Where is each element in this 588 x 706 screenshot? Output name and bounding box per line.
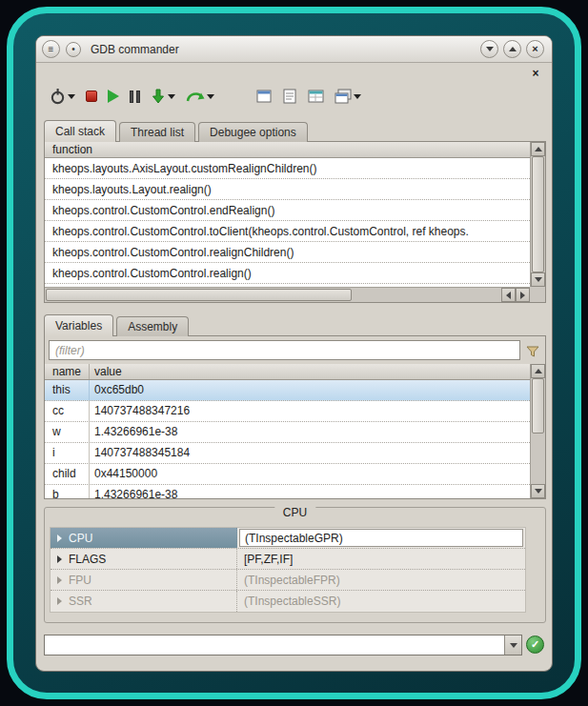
variable-row[interactable]: w 1.43266961e-38 xyxy=(45,422,530,443)
expand-arrow-icon[interactable] xyxy=(57,576,62,584)
variable-name: this xyxy=(45,380,90,400)
tab-debugee-options[interactable]: Debugee options xyxy=(198,122,308,142)
scrollbar-corner xyxy=(530,287,545,302)
filter-input[interactable] xyxy=(49,340,520,360)
callstack-row[interactable]: kheops.control.CustomControl.realign() xyxy=(45,263,530,284)
variables-table: name value this 0xc65db0 cc 140737488347… xyxy=(45,364,530,498)
stop-button[interactable] xyxy=(84,89,99,104)
callstack-row[interactable]: kheops.layouts.AxisLayout.customRealignC… xyxy=(45,158,530,179)
cpu-register-row[interactable]: FPU (TInspectableFPR) xyxy=(51,570,525,591)
scrollbar-thumb[interactable] xyxy=(532,378,544,434)
variable-name: b xyxy=(45,485,90,498)
scroll-left-button[interactable] xyxy=(501,288,516,302)
variable-value: 0xc65db0 xyxy=(90,380,530,400)
variable-row[interactable]: this 0xc65db0 xyxy=(45,380,530,401)
callstack-row[interactable]: kheops.control.CustomControl.realignChil… xyxy=(45,242,530,263)
expand-arrow-icon[interactable] xyxy=(57,535,62,542)
close-button[interactable]: × xyxy=(526,40,544,58)
expand-arrow-icon[interactable] xyxy=(57,555,62,563)
chevron-down-icon xyxy=(207,94,214,99)
show-source-button[interactable] xyxy=(280,87,299,106)
tab-call-stack[interactable]: Call stack xyxy=(44,120,116,142)
triangle-up-icon xyxy=(535,147,542,151)
windows-stack-icon xyxy=(335,89,352,104)
callstack-vertical-scrollbar[interactable] xyxy=(530,142,545,287)
triangle-up-icon xyxy=(535,369,542,373)
chevron-down-icon xyxy=(354,94,361,99)
show-form-button[interactable] xyxy=(254,87,274,106)
scroll-right-button[interactable] xyxy=(516,288,530,302)
cpu-register-row[interactable]: CPU (TInspectableGPR) xyxy=(51,528,525,549)
register-value: (TInspectableFPR) xyxy=(239,574,340,587)
scroll-down-button[interactable] xyxy=(531,484,545,498)
callstack-row[interactable]: kheops.layouts.Layout.realign() xyxy=(45,179,530,200)
debug-windows-button[interactable] xyxy=(333,87,363,106)
scroll-up-button[interactable] xyxy=(531,364,545,378)
command-row: ✓ xyxy=(44,635,544,656)
execute-button[interactable]: ✓ xyxy=(526,635,544,654)
chevron-down-icon xyxy=(68,94,75,99)
filter-hand-icon xyxy=(526,344,539,357)
watch-window-button[interactable] xyxy=(306,87,326,106)
power-icon xyxy=(50,89,66,105)
app-icon: ≡ xyxy=(49,44,54,54)
combo-dropdown-button[interactable] xyxy=(504,635,521,655)
expand-arrow-icon[interactable] xyxy=(57,597,62,605)
command-combobox[interactable] xyxy=(44,635,522,656)
callstack-row[interactable]: kheops.control.CustomControl.endRealign(… xyxy=(45,200,530,221)
step-over-button[interactable] xyxy=(184,88,216,106)
register-value-edit[interactable]: (TInspectableGPR) xyxy=(239,529,523,547)
variable-value: 1.43266961e-38 xyxy=(90,422,530,442)
variable-name: i xyxy=(45,443,90,463)
step-into-button[interactable] xyxy=(149,87,177,106)
text-list-icon xyxy=(282,89,297,104)
tab-assembly[interactable]: Assembly xyxy=(116,316,189,336)
sticky-icon: • xyxy=(71,44,75,54)
variable-row[interactable]: b 1.43266961e-38 xyxy=(45,485,530,498)
pause-icon xyxy=(130,91,140,103)
register-group-name: FPU xyxy=(69,574,91,587)
window-menu-button[interactable]: ≡ xyxy=(42,40,60,58)
callstack-row[interactable]: kheops.control.CustomControl.toClient(kh… xyxy=(45,221,530,242)
variables-vertical-scrollbar[interactable] xyxy=(530,364,545,498)
scrollbar-thumb[interactable] xyxy=(46,289,352,301)
power-button[interactable] xyxy=(48,87,77,107)
sticky-button[interactable]: • xyxy=(66,42,81,57)
cpu-groupbox-title: CPU xyxy=(274,506,315,519)
variable-row[interactable]: i 140737488345184 xyxy=(45,443,530,464)
callstack-horizontal-scrollbar[interactable] xyxy=(45,287,530,302)
callstack-column-header[interactable]: function xyxy=(45,142,530,158)
column-header-name[interactable]: name xyxy=(45,364,90,379)
filter-row xyxy=(45,336,545,364)
minimize-button[interactable] xyxy=(480,40,498,58)
titlebar[interactable]: ≡ • GDB commander × xyxy=(36,36,552,63)
register-group-name: FLAGS xyxy=(69,553,106,566)
variable-value: 0x44150000 xyxy=(90,464,530,484)
form-window-icon xyxy=(256,89,272,104)
scrollbar-thumb[interactable] xyxy=(532,156,544,272)
dock-close-button[interactable]: × xyxy=(529,67,542,80)
variables-header: name value xyxy=(45,364,530,380)
variable-row[interactable]: cc 140737488347216 xyxy=(45,401,530,422)
command-input[interactable] xyxy=(45,635,504,655)
cpu-register-row[interactable]: FLAGS [PF,ZF,IF] xyxy=(51,549,525,570)
watch-window-icon xyxy=(308,89,324,104)
gdb-commander-window: ≡ • GDB commander × × xyxy=(35,35,553,672)
variable-row[interactable]: child 0x44150000 xyxy=(45,464,530,485)
variable-name: child xyxy=(45,464,90,484)
triangle-right-icon xyxy=(520,292,525,299)
tab-thread-list[interactable]: Thread list xyxy=(119,122,195,142)
register-group-name: SSR xyxy=(69,595,92,608)
cpu-register-row[interactable]: SSR (TInspectableSSR) xyxy=(51,591,525,612)
tab-variables[interactable]: Variables xyxy=(44,314,113,336)
run-button[interactable] xyxy=(106,88,121,105)
filter-apply-button[interactable] xyxy=(524,342,541,359)
triangle-left-icon xyxy=(506,292,511,299)
scroll-up-button[interactable] xyxy=(531,142,545,156)
scroll-down-button[interactable] xyxy=(531,272,545,287)
maximize-button[interactable] xyxy=(503,40,521,58)
variable-value: 140737488345184 xyxy=(90,443,530,463)
column-header-value[interactable]: value xyxy=(90,364,530,379)
pause-button[interactable] xyxy=(128,89,142,105)
step-into-icon xyxy=(151,89,166,104)
